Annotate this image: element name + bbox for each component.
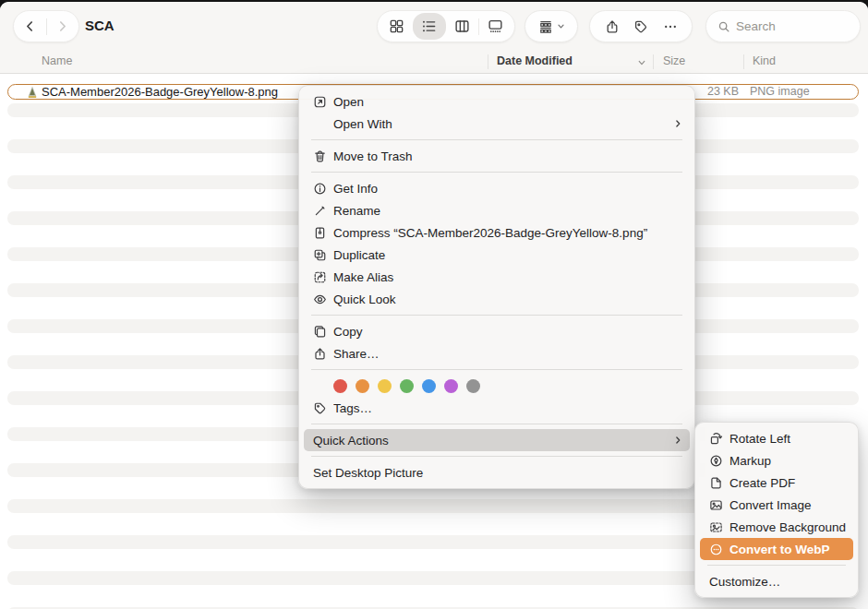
menu-item-label: Quick Actions [313,434,673,448]
column-header-date-modified[interactable]: Date Modified [497,50,573,73]
menu-item-label: Rotate Left [729,432,846,446]
window-title: SCA [85,2,115,50]
grid-icon [389,18,404,34]
search-icon [717,20,730,33]
menu-item-label: Create PDF [729,476,846,490]
menu-item-label: Share… [333,347,682,361]
finder-window: SCA Name Date Modified Size Kind SCA-Mem… [0,2,868,609]
rotate-left-icon [709,432,729,446]
menu-item-label: Make Alias [333,270,682,284]
trash-icon [313,149,333,163]
menu-item-quick-actions[interactable]: Quick Actions [304,429,690,451]
search-field[interactable] [705,10,861,42]
menu-item-convert-image[interactable]: Convert Image [700,494,853,516]
menu-separator [311,424,682,424]
menu-item-label: Set Desktop Picture [313,466,682,480]
divider [46,18,47,35]
menu-item-move-to-trash[interactable]: Move to Trash [304,145,690,167]
menu-item-open-with[interactable]: Open With [304,113,690,135]
search-input[interactable] [736,19,845,33]
menu-item-rename[interactable]: Rename [304,199,690,221]
menu-item-label: Compress “SCA-Member2026-Badge-GreyYello… [333,226,682,240]
menu-item-rotate-left[interactable]: Rotate Left [700,427,853,449]
back-button[interactable] [23,19,37,33]
menu-item-label: Open With [333,117,673,131]
menu-separator [311,172,682,173]
quick-actions-submenu: Rotate LeftMarkupCreate PDFConvert Image… [694,422,859,598]
duplicate-icon [313,248,333,262]
menu-item-get-info[interactable]: Get Info [304,177,690,199]
columns-icon [454,18,470,34]
forward-button[interactable] [55,19,69,33]
column-header-kind[interactable]: Kind [753,50,776,73]
share-button[interactable] [605,19,620,34]
menu-item-label: Convert to WebP [729,543,846,556]
column-divider[interactable] [488,54,488,69]
menu-item-label: Open [333,95,682,109]
chevron-right-icon [673,119,682,128]
more-options-button[interactable] [663,19,678,34]
menu-item-label: Rename [333,204,682,218]
menu-separator [707,565,846,566]
sort-chevron-down-icon [637,57,646,66]
chevron-down-icon [557,22,565,30]
tag-color-dot[interactable] [444,379,458,393]
list-icon [421,18,437,34]
menu-item-remove-background[interactable]: Remove Background [700,516,853,538]
group-icon [538,19,553,34]
gallery-icon [488,18,503,34]
menu-separator [311,369,682,370]
column-header-name[interactable]: Name [42,50,72,73]
menu-item-customize[interactable]: Customize… [700,570,853,592]
menu-item-make-alias[interactable]: Make Alias [304,266,690,288]
tag-color-dot[interactable] [333,379,347,393]
tag-color-dot[interactable] [400,379,414,393]
convert-image-icon [709,498,729,512]
column-divider[interactable] [653,54,654,69]
gallery-view-button[interactable] [479,13,512,40]
menu-item-convert-to-webp[interactable]: Convert to WebP [700,538,853,560]
alias-icon [313,270,333,284]
menu-item-quick-look[interactable]: Quick Look [304,288,690,310]
menu-item-label: Convert Image [729,498,846,512]
column-view-button[interactable] [446,13,478,40]
menu-item-duplicate[interactable]: Duplicate [304,244,690,266]
tag-icon [313,401,333,415]
create-pdf-icon [709,476,729,490]
tags-button[interactable] [633,19,648,34]
tag-color-dot[interactable] [378,379,392,393]
toolbar-actions [589,10,693,42]
copy-icon [313,325,333,339]
group-by-button[interactable] [524,10,578,42]
column-divider[interactable] [743,54,744,69]
menu-item-share[interactable]: Share… [304,342,690,364]
menu-item-tags[interactable]: Tags… [304,397,690,419]
tag-color-row [304,375,690,397]
chevron-right-icon [673,436,682,445]
menu-item-create-pdf[interactable]: Create PDF [700,472,853,494]
empty-file-row [0,605,868,609]
menu-item-label: Tags… [333,401,682,415]
list-view-button[interactable] [413,13,445,40]
png-thumbnail-icon [27,86,38,99]
menu-item-set-desktop-picture[interactable]: Set Desktop Picture [304,461,690,484]
compress-icon [313,226,333,240]
markup-icon [709,454,729,468]
context-menu: OpenOpen WithMove to TrashGet InfoRename… [298,85,695,489]
share-icon [313,347,333,361]
menu-item-compress-sca-member2026-badge-greyyellow-8-png[interactable]: Compress “SCA-Member2026-Badge-GreyYello… [304,221,690,244]
eye-icon [313,293,333,306]
menu-item-copy[interactable]: Copy [304,320,690,342]
tag-color-dot[interactable] [466,379,480,393]
tag-color-dot[interactable] [422,379,436,393]
menu-item-label: Copy [333,325,682,339]
menu-separator [311,315,682,316]
column-headers: Name Date Modified Size Kind [0,50,868,74]
remove-background-icon [709,520,729,534]
tag-color-dot[interactable] [356,379,369,393]
icon-view-button[interactable] [380,13,413,40]
menu-item-open[interactable]: Open [304,90,690,113]
menu-item-label: Get Info [333,182,682,196]
column-header-size[interactable]: Size [663,50,685,73]
menu-item-markup[interactable]: Markup [700,449,853,472]
